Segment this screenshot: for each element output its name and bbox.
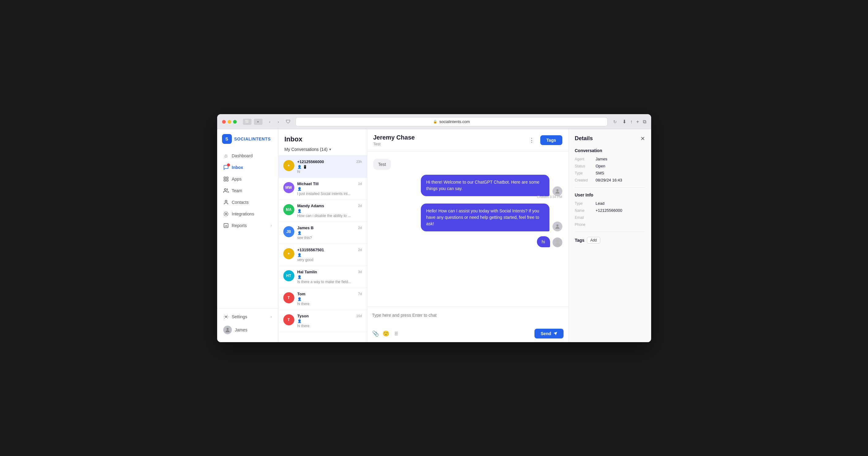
conv-content: Michael Till 1d 👤 I just installed Socia… [298, 182, 362, 196]
user-info-section-title: User Info [575, 193, 645, 197]
conversation-item[interactable]: MW Michael Till 1d 👤 I just installed So… [278, 178, 367, 200]
send-button[interactable]: Send [534, 329, 563, 338]
agent-icon: 👤 [298, 319, 302, 323]
sidebar-item-inbox[interactable]: Inbox [217, 162, 278, 173]
svg-point-10 [226, 328, 228, 330]
contacts-icon [223, 199, 229, 205]
home-icon: ⌂ [223, 153, 229, 159]
conv-content: James B 2d 👤 see this? [298, 226, 362, 240]
agent-icon: 👤 [298, 253, 302, 257]
conv-time: 23h [356, 160, 362, 163]
conv-preview: very good [298, 258, 362, 262]
svg-point-11 [556, 189, 558, 191]
download-icon[interactable]: ⬇ [622, 119, 626, 125]
detail-label: Status [575, 164, 596, 168]
sidebar-item-settings[interactable]: Settings › [217, 311, 278, 323]
conversation-item[interactable]: T Tyson 16d 👤 hi there [278, 310, 367, 332]
settings-expand-icon: › [271, 315, 272, 319]
conv-preview: Is there a way to make the field... [298, 280, 362, 284]
conv-time: 16d [356, 314, 362, 318]
tabs-icon[interactable]: ⧉ [643, 119, 646, 125]
detail-row-type: Type SMS [575, 171, 645, 175]
close-chat-button[interactable]: Tags [540, 135, 562, 145]
svg-rect-1 [226, 177, 228, 178]
conv-preview: I just installed Social Intents int... [298, 192, 362, 196]
browser-chrome: ⬜ ▾ ‹ › 🛡 🔒 socialintents.com ↻ ⬇ ↑ + ⧉ [217, 114, 651, 129]
detail-row-user-phone: Phone [575, 222, 645, 227]
more-options-button[interactable]: ⋮ [527, 135, 537, 145]
message-bubble: hi [537, 236, 550, 247]
conversation-section-title: Conversation [575, 148, 645, 153]
conversation-item[interactable]: MA Mandy Adams 2d 👤 How can i disable th… [278, 200, 367, 222]
conv-preview: How can i disable the ability to ... [298, 214, 362, 218]
avatar: JB [283, 226, 294, 237]
conv-name: +13155567501 [298, 248, 324, 252]
conv-preview: hi [298, 169, 362, 174]
back-button[interactable]: ‹ [266, 118, 274, 126]
close-window-button[interactable] [222, 120, 226, 124]
conversations-filter[interactable]: My Conversations (14) ▾ [284, 147, 361, 152]
chat-contact-sub: Test [373, 142, 415, 146]
integrations-icon [223, 211, 229, 217]
phone-icon: 📱 [303, 165, 307, 169]
window-menu-icon[interactable]: ▾ [254, 119, 262, 125]
sidebar-item-team[interactable]: Team [217, 185, 278, 196]
share-icon[interactable]: ↑ [630, 119, 632, 125]
sidebar-item-apps[interactable]: Apps [217, 173, 278, 185]
conversation-item[interactable]: JB James B 2d 👤 see this? [278, 222, 367, 244]
avatar: MA [283, 204, 294, 215]
detail-value: Open [596, 164, 606, 168]
details-panel: Details ✕ Conversation Agent James Statu… [568, 129, 651, 342]
user-label: James [235, 327, 247, 332]
conv-name: Hal Tamlin [298, 270, 317, 274]
conv-name: Michael Till [298, 182, 319, 186]
new-tab-icon[interactable]: + [636, 119, 639, 125]
sidebar-item-reports[interactable]: Reports › [217, 220, 278, 231]
conv-time: 2d [358, 204, 362, 207]
chat-tools: 📎 🙂 [372, 330, 399, 337]
sidebar-toggle-icon[interactable]: ⬜ [243, 119, 251, 125]
sidebar-item-integrations[interactable]: Integrations [217, 208, 278, 220]
conv-preview: hi there [298, 324, 362, 328]
apps-icon [223, 176, 229, 182]
conversation-item[interactable]: + +12125566000 23h 👤 📱 hi [278, 156, 367, 178]
conv-time: 2d [358, 248, 362, 252]
conversation-item[interactable]: HT Hal Tamlin 3d 👤 Is there a way to mak… [278, 266, 367, 288]
detail-value: 08/29/24 16:43 [596, 178, 622, 183]
avatar: HT [283, 270, 294, 281]
reports-icon [223, 223, 229, 228]
agent-icon: 👤 [298, 165, 302, 169]
sidebar-item-label: Team [232, 188, 242, 193]
detail-label: Type [575, 171, 596, 175]
sidebar-item-dashboard[interactable]: ⌂ Dashboard [217, 150, 278, 162]
svg-point-5 [225, 200, 227, 202]
window-controls: ⬜ ▾ [243, 119, 262, 125]
close-details-button[interactable]: ✕ [641, 135, 645, 142]
details-title: Details [575, 135, 593, 142]
minimize-window-button[interactable] [227, 120, 231, 124]
forward-button[interactable]: › [275, 118, 282, 126]
attachment-icon[interactable]: 📎 [372, 330, 379, 337]
svg-rect-3 [226, 180, 228, 181]
details-header: Details ✕ [575, 135, 645, 142]
sidebar-item-label: Apps [232, 176, 242, 182]
detail-row-status: Status Open [575, 164, 645, 168]
add-tag-button[interactable]: Add [587, 237, 600, 243]
list-icon[interactable] [393, 331, 399, 336]
avatar: MW [283, 182, 294, 193]
conversation-item[interactable]: T Tom 7d 👤 hi there [278, 288, 367, 310]
chat-input[interactable] [372, 310, 563, 325]
tags-section: Tags Add [575, 237, 645, 243]
maximize-window-button[interactable] [233, 120, 237, 124]
address-bar[interactable]: 🔒 socialintents.com [296, 117, 608, 126]
message-timestamp: Chatbot 3:34 PM [537, 195, 562, 199]
emoji-icon[interactable]: 🙂 [382, 330, 389, 337]
agent-icon: 👤 [298, 297, 302, 301]
reload-button[interactable]: ↻ [611, 118, 619, 126]
lock-icon: 🔒 [433, 120, 437, 124]
conversation-item[interactable]: + +13155567501 2d 👤 very good [278, 244, 367, 266]
conversation-list: + +12125566000 23h 👤 📱 hi [278, 156, 367, 332]
sidebar-item-user[interactable]: James [217, 323, 278, 337]
message-bubble: Hello! How can I assist you today with S… [421, 203, 550, 231]
sidebar-item-contacts[interactable]: Contacts [217, 196, 278, 208]
